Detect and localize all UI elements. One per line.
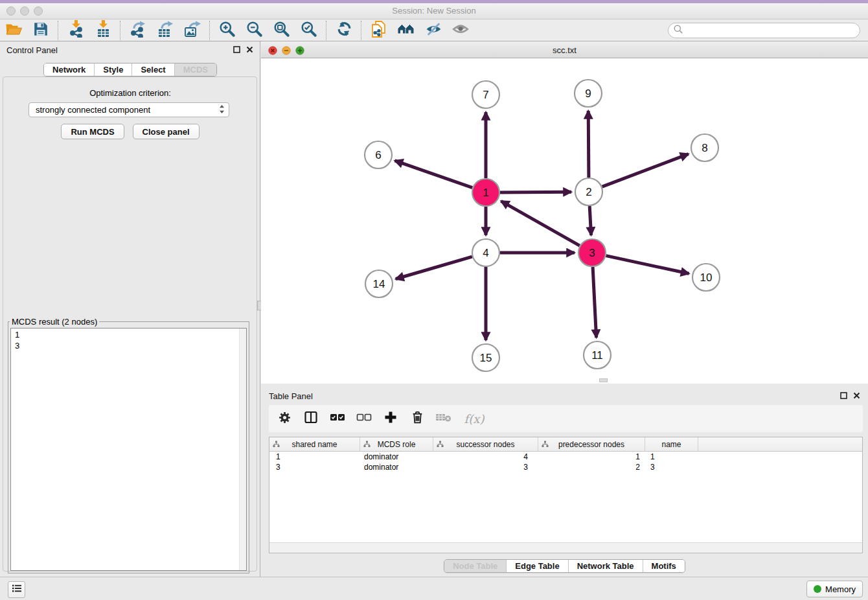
minimize-window-button[interactable] [20, 6, 29, 16]
tab-mcds[interactable]: MCDS [174, 63, 216, 76]
graph-node-6[interactable]: 6 [365, 141, 392, 168]
graph-node-15[interactable]: 15 [472, 344, 499, 371]
graph-node-1[interactable]: 1 [472, 179, 499, 206]
close-panel-icon[interactable] [853, 391, 860, 401]
control-panel-header: Control Panel [0, 41, 260, 58]
table-horizontal-scrollbar[interactable] [269, 542, 862, 553]
table-cell[interactable]: 1 [645, 452, 698, 461]
graph-node-3[interactable]: 3 [578, 239, 606, 266]
run-mcds-button[interactable]: Run MCDS [61, 124, 124, 139]
column-header-predecessor-nodes[interactable]: predecessor nodes [538, 437, 645, 451]
graph-node-10[interactable]: 10 [692, 264, 720, 291]
hide-selected-button[interactable] [420, 21, 447, 40]
graph-edge-1-6[interactable] [395, 161, 473, 188]
network-canvas[interactable]: 7968124314101511 [261, 58, 868, 384]
network-bottom-divider-handle[interactable] [599, 378, 608, 382]
tab-network-table[interactable]: Network Table [568, 560, 643, 572]
task-history-button[interactable] [8, 581, 25, 598]
table-cell[interactable]: dominator [360, 452, 433, 461]
zoom-selected-button[interactable] [295, 21, 323, 40]
window-traffic-lights[interactable] [6, 6, 43, 16]
memory-button[interactable]: Memory [806, 581, 863, 597]
tab-node-table[interactable]: Node Table [444, 560, 506, 572]
table-cell[interactable]: 1 [538, 452, 645, 461]
export-image-button[interactable] [179, 21, 206, 40]
import-network-button[interactable] [62, 21, 89, 40]
table-cell[interactable]: 3 [433, 463, 538, 472]
table-cell[interactable]: 2 [538, 463, 645, 472]
mcds-result-box[interactable]: 1 3 [10, 328, 247, 571]
zoom-fit-icon [273, 21, 290, 40]
delete-column-button[interactable] [409, 411, 425, 426]
float-panel-icon[interactable] [840, 391, 847, 401]
network-maximize-button[interactable] [295, 46, 304, 58]
graph-edge-3-11[interactable] [593, 267, 597, 338]
zoom-in-button[interactable] [214, 21, 241, 40]
tab-select[interactable]: Select [131, 63, 174, 76]
close-panel-button[interactable]: Close panel [133, 124, 200, 139]
table-cell[interactable]: 3 [645, 463, 698, 472]
import-table-button[interactable] [89, 21, 117, 40]
close-panel-icon[interactable] [246, 45, 253, 55]
graph-node-11[interactable]: 11 [584, 341, 611, 369]
close-window-button[interactable] [6, 6, 16, 16]
table-cell[interactable]: 1 [269, 452, 360, 461]
zoom-window-button[interactable] [34, 6, 43, 16]
export-table-button[interactable] [152, 21, 179, 40]
graph-node-8[interactable]: 8 [691, 134, 718, 161]
graph-edge-3-10[interactable] [606, 256, 689, 274]
network-minimize-button[interactable] [282, 46, 291, 58]
search-input[interactable] [683, 24, 860, 37]
function-builder-button[interactable]: f(x) [463, 411, 486, 426]
table-cell[interactable]: 4 [433, 452, 538, 461]
search-box[interactable] [668, 23, 860, 38]
column-header-shared-name[interactable]: shared name [269, 437, 360, 451]
table-row[interactable]: 3dominator323 [269, 462, 862, 472]
graph-edge-1-2[interactable] [500, 192, 571, 192]
table-settings-button[interactable] [277, 411, 292, 426]
control-panel: Control Panel NetworkStyleSelectMCDS Opt… [0, 41, 260, 577]
mcds-result-scrollbar[interactable] [239, 329, 246, 570]
first-neighbors-button[interactable] [393, 21, 420, 40]
graph-edge-3-1[interactable] [501, 201, 580, 246]
network-close-button[interactable] [268, 46, 277, 58]
split-pane-button[interactable] [303, 411, 319, 426]
table-cell[interactable]: dominator [360, 463, 433, 472]
table-cell[interactable]: 3 [269, 463, 360, 472]
graph-edge-4-14[interactable] [396, 257, 472, 279]
graph-node-2[interactable]: 2 [575, 178, 602, 205]
refresh-view-button[interactable] [330, 21, 358, 40]
graph-node-4[interactable]: 4 [472, 239, 499, 266]
duplicate-network-button[interactable] [365, 21, 393, 40]
criterion-dropdown[interactable]: strongly connected component [29, 102, 229, 117]
graph-edge-2-9[interactable] [588, 111, 589, 178]
tab-network[interactable]: Network [44, 63, 94, 76]
export-network-button[interactable] [124, 21, 152, 40]
graph-edge-2-3[interactable] [589, 206, 591, 235]
graph-node-7[interactable]: 7 [472, 81, 499, 108]
memory-status-dot [814, 585, 821, 593]
open-session-button[interactable] [0, 21, 27, 40]
deselect-all-columns-button[interactable] [356, 411, 372, 426]
toolbar-separator [361, 21, 362, 40]
delete-table-button[interactable] [436, 411, 451, 426]
table-row[interactable]: 1dominator411 [269, 452, 862, 462]
column-header-successor-nodes[interactable]: successor nodes [433, 437, 538, 451]
status-bar: Memory [0, 577, 868, 600]
zoom-out-button[interactable] [241, 21, 268, 40]
tab-edge-table[interactable]: Edge Table [506, 560, 567, 572]
column-header-name[interactable]: name [645, 437, 698, 451]
show-all-button[interactable] [447, 21, 474, 40]
tab-style[interactable]: Style [94, 63, 131, 76]
column-header-MCDS-role[interactable]: MCDS role [360, 437, 433, 451]
column-type-icon [437, 441, 444, 450]
tab-motifs[interactable]: Motifs [643, 560, 685, 572]
graph-edge-2-8[interactable] [602, 154, 689, 187]
save-session-button[interactable] [27, 21, 54, 40]
select-all-columns-button[interactable] [330, 411, 345, 426]
graph-node-9[interactable]: 9 [575, 80, 602, 107]
zoom-fit-button[interactable] [268, 21, 295, 40]
add-column-button[interactable] [383, 411, 398, 426]
graph-node-14[interactable]: 14 [365, 270, 393, 297]
float-panel-icon[interactable] [233, 45, 240, 55]
